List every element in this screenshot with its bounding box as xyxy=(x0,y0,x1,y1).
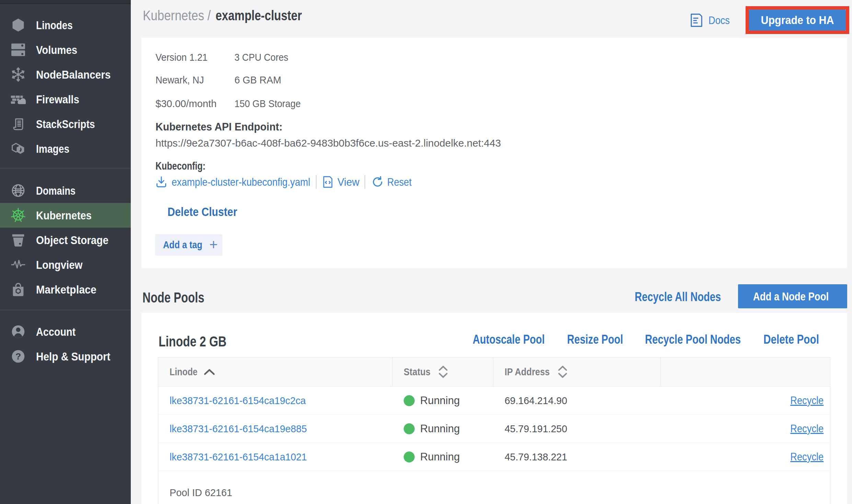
svg-text:?: ? xyxy=(15,351,21,362)
